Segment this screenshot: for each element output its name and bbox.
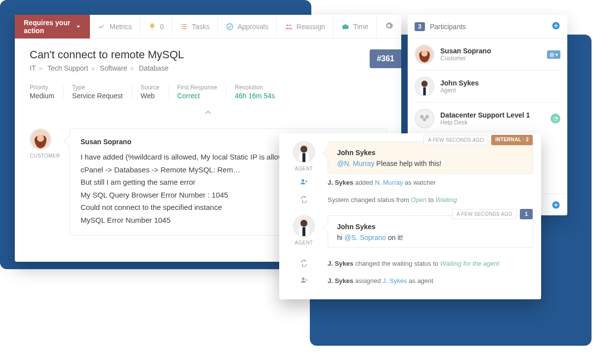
svg-rect-21 xyxy=(302,153,305,162)
internal-note: AGENT A FEW SECONDS AGO INTERNAL · 2 Joh… xyxy=(287,141,533,174)
svg-point-1 xyxy=(286,24,288,26)
svg-point-9 xyxy=(422,50,428,57)
collapse-toggle[interactable] xyxy=(15,104,401,123)
activity-log-entry: System changed status from Open to Waiti… xyxy=(287,191,533,208)
refresh-icon xyxy=(287,195,321,204)
mention[interactable]: @S. Soprano xyxy=(344,234,386,242)
avatar xyxy=(415,44,434,64)
approvals-tab[interactable]: Approvals xyxy=(218,15,276,39)
avatar xyxy=(415,109,434,128)
svg-point-16 xyxy=(423,118,426,121)
svg-point-2 xyxy=(289,24,291,26)
participants-header: 3 Participants xyxy=(408,15,567,39)
list-icon xyxy=(180,23,188,31)
plus-circle-icon xyxy=(551,21,560,30)
svg-point-0 xyxy=(227,24,233,30)
ticket-header: Can't connect to remote MySQL IT» Tech S… xyxy=(15,39,401,76)
internal-badge: INTERNAL · 2 xyxy=(491,135,533,145)
activity-log-entry: J. Sykes added N. Murray as watcher xyxy=(287,174,533,191)
role-badge: AGENT xyxy=(287,240,321,245)
metrics-tab[interactable]: Metrics xyxy=(90,15,140,39)
activity-panel: AGENT A FEW SECONDS AGO INTERNAL · 2 Joh… xyxy=(279,133,541,299)
reassign-tab[interactable]: Reassign xyxy=(277,15,333,39)
chevron-up-icon xyxy=(204,109,212,117)
meta-source: SourceWeb xyxy=(132,80,169,104)
avatar xyxy=(293,215,315,237)
caret-down-icon xyxy=(76,23,81,31)
role-badge: CUSTOMER xyxy=(30,153,60,159)
svg-point-11 xyxy=(422,81,428,87)
svg-rect-4 xyxy=(344,24,346,25)
user-plus-icon xyxy=(287,178,321,187)
participant-row[interactable]: Datacenter Support Level 1Help Desk ◔ xyxy=(408,103,567,134)
message-bubble: A FEW SECONDS AGO 1 John Sykes hi @S. So… xyxy=(328,215,533,248)
avatar xyxy=(293,141,315,163)
svg-point-14 xyxy=(420,115,424,119)
activity-log-entry: J. Sykes changed the waiting status to W… xyxy=(287,255,533,272)
avatar xyxy=(415,77,434,96)
svg-point-24 xyxy=(300,220,307,227)
settings-button[interactable] xyxy=(377,21,401,32)
briefcase-icon xyxy=(341,23,349,31)
tasks-tab[interactable]: Tasks xyxy=(172,15,217,39)
timestamp-badge: A FEW SECONDS AGO xyxy=(452,209,517,219)
timestamp-badge: A FEW SECONDS AGO xyxy=(424,135,488,145)
meta-type: TypeService Request xyxy=(63,80,132,104)
add-participant-button[interactable] xyxy=(551,21,560,32)
svg-rect-3 xyxy=(342,25,348,29)
ticket-toolbar: Requires your action Metrics 0 Tasks App… xyxy=(15,15,401,39)
svg-point-19 xyxy=(300,146,307,153)
breadcrumb[interactable]: IT» Tech Support» Software» Database xyxy=(30,64,386,72)
participant-row[interactable]: Susan SopranoCustomer ▤ ▾ xyxy=(408,39,567,70)
reply-count-badge: 1 xyxy=(520,209,533,219)
svg-point-27 xyxy=(302,278,304,280)
gear-icon xyxy=(384,21,393,30)
bell-icon xyxy=(148,23,156,31)
meta-priority: PriorityMedium xyxy=(30,80,63,104)
refresh-icon xyxy=(287,259,321,268)
message-bubble: A FEW SECONDS AGO INTERNAL · 2 John Syke… xyxy=(328,141,533,174)
meta-resolution: Resolution46h 16m 54s xyxy=(226,80,284,104)
svg-point-6 xyxy=(37,135,44,142)
time-tab[interactable]: Time xyxy=(334,15,377,39)
svg-point-15 xyxy=(425,115,429,119)
ticket-meta-row: PriorityMedium TypeService Request Sourc… xyxy=(15,76,401,104)
id-card-icon[interactable]: ▤ ▾ xyxy=(547,50,560,59)
user-assign-icon xyxy=(287,276,321,285)
clock-icon: ◔ xyxy=(551,114,560,123)
participants-count: 3 xyxy=(415,22,425,31)
ticket-id-badge: #361 xyxy=(370,49,401,68)
svg-rect-26 xyxy=(302,227,305,236)
ticket-title: Can't connect to remote MySQL xyxy=(30,48,386,61)
role-badge: AGENT xyxy=(287,166,321,171)
notifications-button[interactable]: 0 xyxy=(140,15,172,39)
avatar xyxy=(30,128,51,150)
people-icon xyxy=(285,23,293,31)
svg-point-22 xyxy=(301,179,304,182)
activity-log-entry: J. Sykes assigned J. Sykes as agent xyxy=(287,272,533,289)
meta-first-response: First ResponseCorrect xyxy=(169,80,226,104)
agent-reply: AGENT A FEW SECONDS AGO 1 John Sykes hi … xyxy=(287,215,533,248)
check-circle-icon xyxy=(226,23,234,31)
plus-circle-icon xyxy=(551,201,560,209)
mention[interactable]: @N. Murray xyxy=(337,160,375,167)
participant-row[interactable]: John SykesAgent xyxy=(408,71,567,102)
requires-action-button[interactable]: Requires your action xyxy=(15,15,90,39)
svg-rect-13 xyxy=(423,87,425,95)
chart-icon xyxy=(98,23,106,31)
